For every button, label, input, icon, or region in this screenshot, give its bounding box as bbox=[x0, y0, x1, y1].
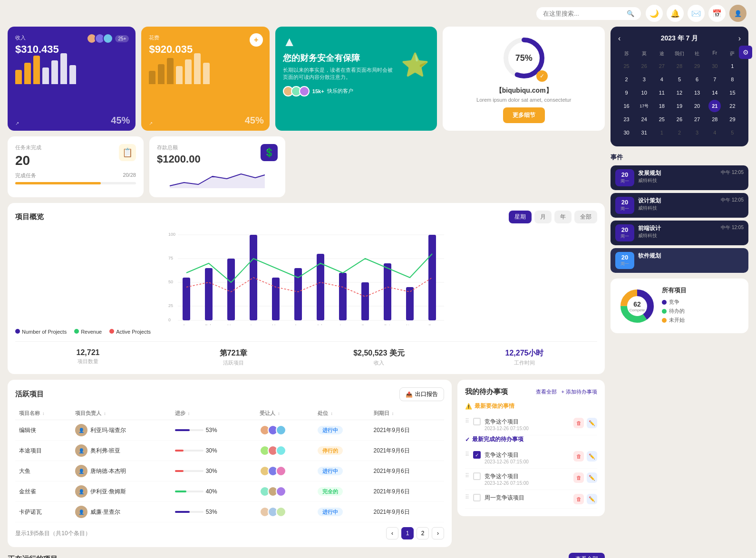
cal-day[interactable]: 26 bbox=[673, 113, 686, 125]
circle-percent: 75% bbox=[515, 53, 533, 63]
todo-header: 我的待办事项 查看全部 + 添加待办事项 bbox=[465, 387, 597, 396]
expense-add-button[interactable]: + bbox=[250, 33, 263, 47]
todo-delete-button[interactable]: 🗑 bbox=[573, 418, 584, 428]
cal-day[interactable]: 26 bbox=[638, 60, 650, 72]
stat-projects-label: 项目数量 bbox=[15, 358, 161, 365]
cal-day[interactable]: 2 bbox=[673, 126, 686, 139]
overview-header: 项目概览 星期 月 年 全部 bbox=[15, 211, 597, 223]
todo-date: 2023-12-26 07:15:00 bbox=[485, 426, 570, 431]
cal-day[interactable]: 27 bbox=[656, 60, 668, 72]
cal-day[interactable]: 15 bbox=[726, 87, 738, 99]
cal-day[interactable]: 27 bbox=[691, 113, 703, 125]
circle-desc: Lorem ipsum dolor sat amet, consectetur bbox=[476, 97, 571, 103]
todo-edit-button-2[interactable]: ✏️ bbox=[587, 451, 597, 462]
cal-day[interactable]: 14 bbox=[708, 87, 721, 99]
next-page-button[interactable]: › bbox=[432, 527, 444, 539]
view-all-link[interactable]: 查看全部 bbox=[536, 388, 557, 395]
cal-day[interactable]: 3 bbox=[638, 73, 650, 86]
cal-day[interactable]: 4 bbox=[708, 126, 721, 139]
cal-day[interactable]: 12 bbox=[673, 87, 686, 99]
page-1-button[interactable]: 1 bbox=[401, 527, 414, 539]
event-date-2: 20 周一 bbox=[615, 197, 634, 214]
cal-day[interactable]: 16 bbox=[620, 100, 633, 112]
cal-day-today[interactable]: 21 bbox=[708, 100, 721, 112]
page-2-button[interactable]: 2 bbox=[417, 527, 429, 539]
prev-page-button[interactable]: ‹ bbox=[386, 527, 398, 539]
cal-prev-button[interactable]: ‹ bbox=[618, 34, 620, 43]
cal-day[interactable]: 7 bbox=[708, 73, 721, 86]
todo-checkbox-2[interactable]: ✓ bbox=[473, 451, 481, 459]
cal-day[interactable]: 28 bbox=[708, 113, 721, 125]
cal-day[interactable]: 9 bbox=[620, 87, 633, 99]
cal-day[interactable]: 19 bbox=[673, 100, 686, 112]
cal-day[interactable]: 3 bbox=[691, 126, 703, 139]
todo-delete-button-3[interactable]: 🗑 bbox=[573, 472, 584, 483]
add-todo-link[interactable]: + 添加待办事项 bbox=[562, 388, 597, 395]
todo-checkbox-3[interactable] bbox=[473, 472, 481, 480]
user-avatar[interactable]: 👤 bbox=[729, 5, 746, 22]
cal-settings-button[interactable]: ⚙ bbox=[739, 46, 752, 59]
todo-edit-button-3[interactable]: ✏️ bbox=[587, 472, 597, 483]
todo-checkbox-1[interactable] bbox=[473, 418, 481, 425]
todo-edit-button[interactable]: ✏️ bbox=[587, 418, 597, 428]
stat-hours-value: 12,275小时 bbox=[452, 348, 597, 358]
svg-text:Oct: Oct bbox=[384, 324, 391, 325]
search-input[interactable] bbox=[543, 10, 623, 17]
todo-item-3: ⠿ 竞争这个项目 2023-12-26 07:15:00 🗑 ✏️ bbox=[465, 469, 597, 490]
cal-day[interactable]: 8 bbox=[726, 73, 738, 86]
cal-day[interactable]: 23 bbox=[620, 113, 633, 125]
table-row: 金丝雀 👤伊利亚·詹姆斯 40% 完全的 2021年9月6日 bbox=[15, 481, 444, 502]
calendar-button[interactable]: 📅 bbox=[708, 5, 726, 22]
cal-day[interactable]: 2 bbox=[620, 73, 633, 86]
cal-day[interactable]: 30 bbox=[620, 126, 633, 139]
todo-checkbox-4[interactable] bbox=[473, 494, 481, 501]
export-button[interactable]: 📤 出口报告 bbox=[399, 387, 444, 401]
stat-revenue: $2,50,523 美元 收入 bbox=[306, 348, 452, 366]
cal-day[interactable]: 29 bbox=[726, 113, 738, 125]
cal-day[interactable]: 30 bbox=[708, 60, 721, 72]
row-assignees bbox=[256, 420, 314, 441]
exp-bar-1 bbox=[149, 71, 155, 84]
tab-week[interactable]: 星期 bbox=[509, 211, 532, 223]
todo-item-actions-2: 🗑 ✏️ bbox=[573, 451, 597, 462]
todo-edit-button-4[interactable]: ✏️ bbox=[587, 494, 597, 504]
tab-month[interactable]: 月 bbox=[534, 211, 552, 223]
tab-all[interactable]: 全部 bbox=[574, 211, 597, 223]
todo-delete-button-2[interactable]: 🗑 bbox=[573, 451, 584, 462]
bar-7 bbox=[69, 65, 76, 84]
cal-day[interactable]: 29 bbox=[691, 60, 703, 72]
cal-day[interactable]: 11 bbox=[656, 87, 668, 99]
table-row: 编辑侠 👤利亚玛·瑞查尔 53% 进行中 2021年9月6日 bbox=[15, 420, 444, 441]
exp-bar-4 bbox=[176, 66, 183, 84]
view-all-button[interactable]: 查看全部 bbox=[569, 553, 605, 558]
cal-day[interactable]: 1 bbox=[656, 126, 668, 139]
cal-day[interactable]: 25 bbox=[656, 113, 668, 125]
row-name: 编辑侠 bbox=[15, 420, 71, 441]
cal-day[interactable]: 18 bbox=[656, 100, 668, 112]
cal-day[interactable]: 28 bbox=[673, 60, 686, 72]
cal-day[interactable]: 13 bbox=[691, 87, 703, 99]
cal-day[interactable]: 17号 bbox=[638, 100, 650, 112]
cal-day[interactable]: 1 bbox=[726, 60, 738, 72]
cal-day[interactable]: 31 bbox=[638, 126, 650, 139]
mail-button[interactable]: ✉️ bbox=[688, 5, 705, 22]
cal-next-button[interactable]: › bbox=[738, 34, 741, 43]
cal-day[interactable]: 25 bbox=[620, 60, 633, 72]
cal-day[interactable]: 10 bbox=[638, 87, 650, 99]
search-box[interactable]: 🔍 bbox=[536, 7, 641, 20]
cal-day[interactable]: 24 bbox=[638, 113, 650, 125]
col-due: 到期日 ↕ bbox=[370, 407, 444, 420]
tab-year[interactable]: 年 bbox=[554, 211, 572, 223]
cal-day[interactable]: 6 bbox=[691, 73, 703, 86]
event-dayname-1: 周一 bbox=[619, 178, 630, 184]
circle-detail-button[interactable]: 更多细节 bbox=[503, 107, 545, 123]
cal-day[interactable]: 5 bbox=[673, 73, 686, 86]
cal-day[interactable]: 22 bbox=[726, 100, 738, 112]
task-progress-text: 20/28 bbox=[123, 172, 136, 179]
cal-day[interactable]: 5 bbox=[726, 126, 738, 139]
cal-day[interactable]: 20 bbox=[691, 100, 703, 112]
notification-button[interactable]: 🔔 bbox=[667, 5, 684, 22]
theme-toggle-button[interactable]: 🌙 bbox=[646, 5, 663, 22]
todo-delete-button-4[interactable]: 🗑 bbox=[573, 494, 584, 504]
cal-day[interactable]: 4 bbox=[656, 73, 668, 86]
